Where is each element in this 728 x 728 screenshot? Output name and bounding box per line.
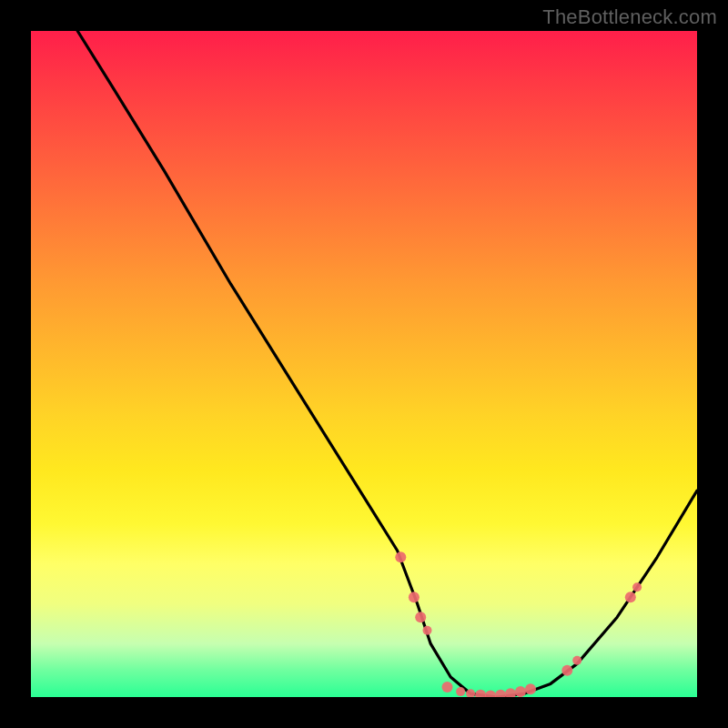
- svg-point-10: [505, 688, 516, 697]
- svg-point-12: [525, 683, 536, 694]
- svg-point-11: [515, 686, 526, 697]
- chart-container: TheBottleneck.com: [0, 0, 728, 728]
- data-markers: [395, 551, 642, 697]
- svg-point-4: [442, 682, 453, 693]
- svg-point-9: [495, 690, 506, 697]
- svg-point-7: [475, 690, 486, 697]
- svg-point-16: [632, 582, 642, 592]
- svg-point-13: [561, 665, 572, 676]
- svg-point-0: [395, 551, 406, 562]
- svg-point-1: [409, 592, 420, 602]
- plot-area: [31, 31, 697, 697]
- curve-line: [77, 31, 697, 697]
- watermark-text: TheBottleneck.com: [542, 5, 717, 29]
- svg-point-5: [456, 687, 465, 696]
- svg-point-3: [423, 626, 432, 635]
- svg-point-14: [572, 656, 581, 665]
- chart-svg: [31, 31, 697, 697]
- svg-point-8: [485, 691, 496, 698]
- svg-point-2: [415, 612, 426, 622]
- svg-point-15: [625, 592, 636, 602]
